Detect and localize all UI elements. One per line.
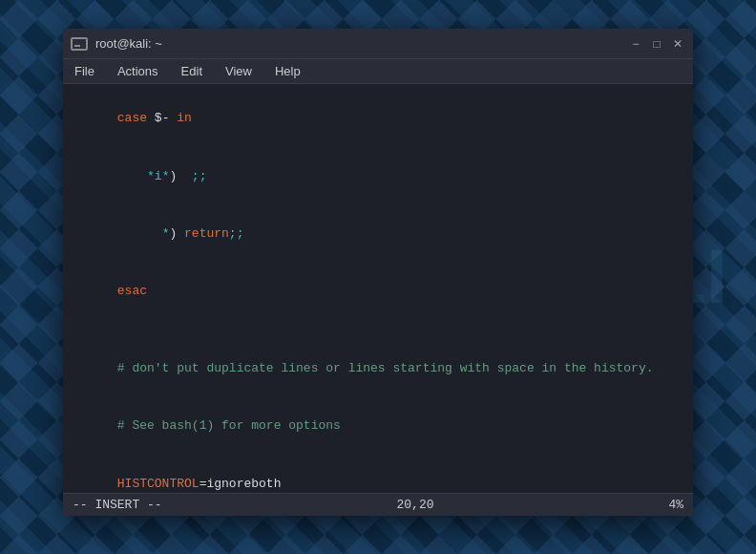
minimize-button[interactable]: − bbox=[628, 36, 643, 52]
menu-help[interactable]: Help bbox=[271, 64, 304, 78]
code-line: case $- in bbox=[73, 90, 683, 147]
menu-file[interactable]: File bbox=[71, 64, 98, 78]
code-line: HISTCONTROL=ignoreboth bbox=[73, 456, 683, 493]
scroll-percent: 4% bbox=[668, 498, 683, 512]
window-title: root@kali: ~ bbox=[95, 36, 162, 51]
terminal-window: root@kali: ~ − □ ✕ File Actions Edit Vie… bbox=[63, 29, 693, 516]
title-bar-left: root@kali: ~ bbox=[71, 36, 162, 51]
maximize-button[interactable]: □ bbox=[649, 36, 664, 52]
menu-view[interactable]: View bbox=[221, 64, 256, 78]
title-bar: root@kali: ~ − □ ✕ bbox=[63, 29, 693, 59]
menu-edit[interactable]: Edit bbox=[178, 64, 206, 78]
code-line: *i*) ;; bbox=[73, 147, 683, 204]
code-line bbox=[73, 321, 683, 340]
title-controls: − □ ✕ bbox=[628, 36, 685, 52]
code-line: # don't put duplicate lines or lines sta… bbox=[73, 340, 683, 397]
code-line: esac bbox=[73, 263, 683, 320]
code-line: # See bash(1) for more options bbox=[73, 397, 683, 455]
terminal-icon bbox=[71, 37, 88, 51]
close-button[interactable]: ✕ bbox=[670, 36, 685, 52]
cursor-position: 20,20 bbox=[397, 498, 434, 512]
status-bar: -- INSERT -- 20,20 4% bbox=[63, 493, 693, 516]
menu-actions[interactable]: Actions bbox=[114, 64, 162, 78]
code-line: *) return;; bbox=[73, 205, 683, 263]
editor-mode: -- INSERT -- bbox=[73, 498, 162, 512]
menu-bar: File Actions Edit View Help bbox=[63, 59, 693, 84]
editor-content[interactable]: case $- in *i*) ;; *) return;; esac # do… bbox=[63, 84, 693, 493]
